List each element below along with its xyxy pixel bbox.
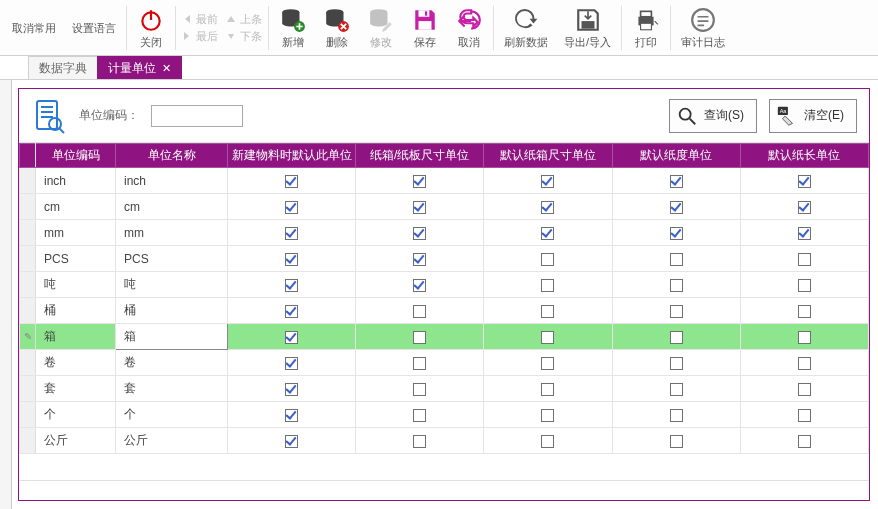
query-button[interactable]: 查询(S) [669,99,757,133]
cell-checkbox[interactable] [356,272,484,298]
cell-checkbox[interactable] [484,350,612,376]
cell-checkbox[interactable] [484,324,612,350]
col-header[interactable]: 默认纸箱尺寸单位 [484,144,612,168]
cell-code[interactable]: PCS [36,246,116,272]
checkbox-icon[interactable] [541,279,554,292]
audit-log-button[interactable]: 审计日志 [673,0,733,55]
checkbox-icon[interactable] [798,279,811,292]
cell-checkbox[interactable] [740,324,868,350]
cell-code[interactable]: 个 [36,402,116,428]
checkbox-icon[interactable] [285,227,298,240]
export-button[interactable]: 导出/导入 [556,0,619,55]
cancel-common-button[interactable]: 取消常用 [4,0,64,55]
table-row[interactable]: 公斤公斤 [20,428,869,454]
cell-checkbox[interactable] [740,220,868,246]
col-header[interactable]: 默认纸度单位 [612,144,740,168]
checkbox-icon[interactable] [798,253,811,266]
cell-checkbox[interactable] [484,402,612,428]
checkbox-icon[interactable] [798,305,811,318]
cell-name[interactable]: 箱 [116,324,228,350]
checkbox-icon[interactable] [670,409,683,422]
cell-code[interactable]: 卷 [36,350,116,376]
cell-checkbox[interactable] [356,298,484,324]
cell-checkbox[interactable] [740,168,868,194]
col-header[interactable]: 单位名称 [116,144,228,168]
cell-checkbox[interactable] [356,220,484,246]
checkbox-icon[interactable] [670,279,683,292]
cell-name[interactable]: 吨 [116,272,228,298]
cell-code[interactable]: 公斤 [36,428,116,454]
checkbox-icon[interactable] [670,175,683,188]
checkbox-icon[interactable] [798,331,811,344]
cell-checkbox[interactable] [740,402,868,428]
delete-button[interactable]: 删除 [315,0,359,55]
cell-code[interactable]: 箱 [36,324,116,350]
table-row[interactable]: 卷卷 [20,350,869,376]
checkbox-icon[interactable] [413,227,426,240]
cell-checkbox[interactable] [484,428,612,454]
cell-checkbox[interactable] [612,376,740,402]
col-header[interactable]: 默认纸长单位 [740,144,868,168]
tab-unit[interactable]: 计量单位✕ [97,56,182,79]
cell-checkbox[interactable] [612,350,740,376]
cell-checkbox[interactable] [356,324,484,350]
cell-checkbox[interactable] [740,272,868,298]
checkbox-icon[interactable] [541,227,554,240]
table-row[interactable]: 桶桶 [20,298,869,324]
cell-checkbox[interactable] [740,246,868,272]
table-row[interactable]: 套套 [20,376,869,402]
cell-name[interactable]: inch [116,168,228,194]
checkbox-icon[interactable] [285,201,298,214]
cell-checkbox[interactable] [228,194,356,220]
cell-checkbox[interactable] [484,220,612,246]
cell-checkbox[interactable] [740,194,868,220]
cell-checkbox[interactable] [484,194,612,220]
cell-code[interactable]: 吨 [36,272,116,298]
cell-checkbox[interactable] [356,168,484,194]
checkbox-icon[interactable] [285,279,298,292]
cell-checkbox[interactable] [740,298,868,324]
checkbox-icon[interactable] [413,331,426,344]
checkbox-icon[interactable] [285,383,298,396]
cell-checkbox[interactable] [612,272,740,298]
checkbox-icon[interactable] [798,201,811,214]
checkbox-icon[interactable] [670,227,683,240]
cell-checkbox[interactable] [228,272,356,298]
cell-checkbox[interactable] [228,168,356,194]
checkbox-icon[interactable] [541,305,554,318]
checkbox-icon[interactable] [541,331,554,344]
edit-button[interactable]: 修改 [359,0,403,55]
checkbox-icon[interactable] [798,383,811,396]
checkbox-icon[interactable] [285,331,298,344]
undo-button[interactable]: 取消 [447,0,491,55]
sidebar-strip[interactable] [0,80,12,509]
table-row[interactable]: mmmm [20,220,869,246]
cell-checkbox[interactable] [228,298,356,324]
checkbox-icon[interactable] [670,305,683,318]
clear-button[interactable]: Aa 清空(E) [769,99,857,133]
nav-prev-button[interactable]: 上条 [226,12,262,27]
add-button[interactable]: 新增 [271,0,315,55]
nav-last-button[interactable]: 最后 [182,29,218,44]
cell-checkbox[interactable] [484,246,612,272]
checkbox-icon[interactable] [541,357,554,370]
cell-checkbox[interactable] [228,402,356,428]
checkbox-icon[interactable] [798,357,811,370]
cell-checkbox[interactable] [612,402,740,428]
checkbox-icon[interactable] [670,201,683,214]
cell-checkbox[interactable] [612,194,740,220]
checkbox-icon[interactable] [413,175,426,188]
checkbox-icon[interactable] [670,435,683,448]
checkbox-icon[interactable] [285,175,298,188]
checkbox-icon[interactable] [798,435,811,448]
close-button[interactable]: 关闭 [129,0,173,55]
checkbox-icon[interactable] [285,305,298,318]
checkbox-icon[interactable] [541,409,554,422]
checkbox-icon[interactable] [541,435,554,448]
cell-checkbox[interactable] [484,298,612,324]
table-row[interactable]: inchinch [20,168,869,194]
nav-next-button[interactable]: 下条 [226,29,262,44]
checkbox-icon[interactable] [285,409,298,422]
table-row[interactable]: 吨吨 [20,272,869,298]
save-button[interactable]: 保存 [403,0,447,55]
